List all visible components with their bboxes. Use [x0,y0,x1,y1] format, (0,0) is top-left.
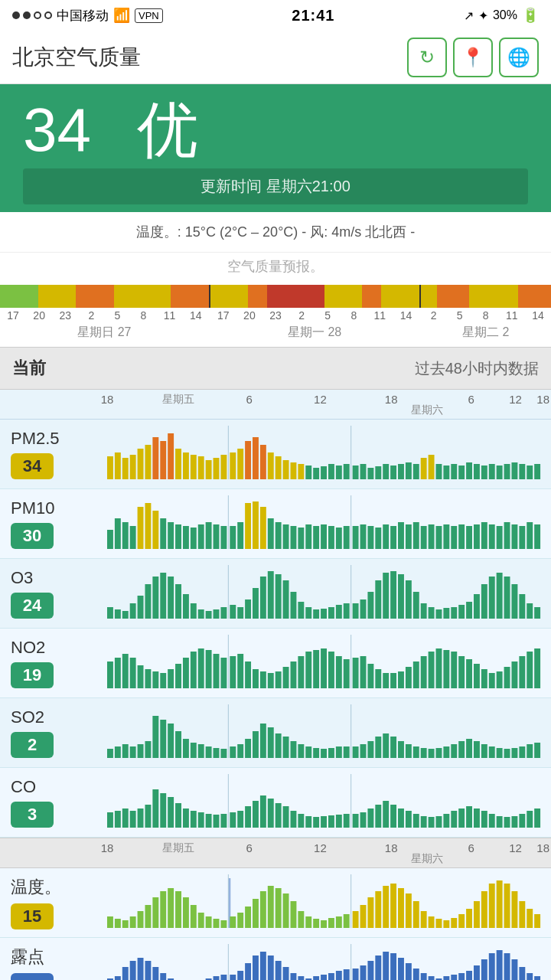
weather-charts: 温度。 15 [0,868,551,980]
svg-rect-67 [168,522,174,549]
svg-rect-224 [451,652,457,688]
time-tick-12b: 12 [509,393,522,406]
svg-rect-109 [474,524,480,549]
svg-rect-45 [436,464,442,479]
svg-rect-439 [290,973,296,980]
svg-rect-272 [367,741,373,758]
time-day-fri-bot: 星期五 [162,841,194,855]
svg-rect-94 [360,524,367,549]
svg-rect-55 [511,462,517,479]
svg-rect-244 [168,724,174,758]
svg-rect-177 [107,662,113,688]
svg-rect-202 [290,662,296,688]
svg-rect-100 [406,524,412,549]
svg-rect-453 [390,953,396,980]
svg-rect-79 [253,501,259,549]
svg-rect-368 [214,919,220,928]
svg-rect-105 [443,524,449,549]
svg-rect-369 [220,920,227,928]
svg-rect-227 [474,664,480,688]
svg-rect-158 [398,574,404,619]
refresh-button[interactable]: ↻ [407,38,447,77]
svg-rect-157 [390,571,396,619]
svg-rect-389 [353,911,359,928]
svg-rect-257 [260,724,266,758]
svg-rect-51 [481,466,487,479]
svg-rect-470 [519,967,525,980]
svg-rect-184 [160,673,166,688]
svg-rect-240 [138,744,144,758]
svg-rect-5 [145,445,151,479]
svg-rect-104 [436,526,442,549]
svg-rect-31 [336,466,342,479]
svg-rect-139 [260,577,266,619]
svg-rect-410 [511,891,517,928]
svg-rect-372 [230,916,236,928]
globe-button[interactable]: 🌐 [499,38,539,77]
svg-rect-220 [421,656,427,688]
svg-rect-219 [413,662,419,688]
temp-label-col: 温度。 15 [0,868,107,937]
svg-rect-329 [353,814,359,828]
svg-rect-411 [519,901,525,928]
forecast-bar: 17 20 23 2 5 8 11 14 17 20 23 2 5 8 11 1… [0,280,551,347]
svg-rect-305 [183,808,189,828]
svg-rect-201 [283,667,289,688]
svg-rect-172 [504,577,510,619]
forecast-day1-label: 星期日 27 [0,325,209,341]
svg-rect-70 [191,528,197,549]
pm10-label-col: PM10 30 [0,489,107,558]
svg-rect-234 [527,652,533,688]
svg-rect-229 [489,673,495,688]
svg-rect-179 [122,654,129,688]
svg-rect-119 [115,609,121,619]
svg-rect-125 [160,573,166,619]
svg-rect-56 [519,464,525,479]
svg-rect-205 [313,650,319,688]
svg-rect-443 [321,975,327,980]
svg-rect-197 [253,669,259,688]
pm10-value: 30 [11,523,54,549]
svg-rect-107 [458,524,465,549]
svg-rect-344 [466,806,472,828]
svg-rect-113 [504,522,510,549]
svg-rect-298 [130,811,136,828]
svg-rect-74 [220,526,227,549]
svg-rect-435 [260,952,266,980]
svg-rect-391 [367,897,373,928]
svg-rect-271 [360,744,367,758]
svg-rect-472 [534,976,540,980]
svg-rect-390 [360,905,367,928]
svg-rect-361 [160,891,166,928]
so2-name: SO2 [11,707,44,727]
svg-rect-14 [214,458,220,479]
svg-rect-288 [489,746,495,758]
svg-rect-7 [160,441,166,479]
svg-rect-438 [283,967,289,980]
svg-rect-263 [305,746,311,758]
svg-rect-418 [138,958,144,980]
time-tick-18c: 18 [536,393,549,406]
svg-rect-138 [253,588,259,619]
svg-rect-387 [344,914,350,928]
forecast-label: 空气质量预报。 [0,253,551,280]
svg-rect-122 [138,596,144,619]
svg-rect-228 [481,669,487,688]
svg-rect-136 [237,607,243,619]
location-button[interactable]: 📍 [453,38,493,77]
svg-rect-226 [466,659,472,688]
svg-rect-408 [497,880,503,928]
svg-rect-150 [344,603,350,619]
svg-rect-382 [305,916,311,928]
svg-rect-297 [122,808,129,828]
section-history-label: 过去48小时内数据 [415,358,539,379]
svg-rect-103 [429,524,435,549]
svg-rect-289 [497,748,503,758]
aqi-hero: 34 优 更新时间 星期六21:00 [0,84,551,212]
svg-rect-347 [489,814,495,828]
svg-rect-209 [344,659,350,688]
svg-rect-399 [429,916,435,928]
svg-rect-378 [276,888,282,928]
dewpoint-row: 露点 -10 [0,938,551,980]
svg-rect-63 [138,507,144,549]
